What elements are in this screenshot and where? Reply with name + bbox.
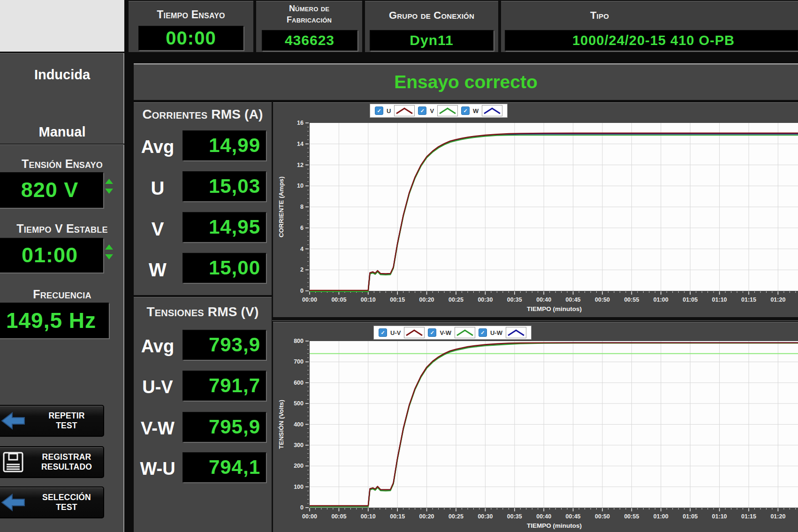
save-floppy-icon [0, 451, 30, 473]
corrientes-v-display: 14,95 [182, 212, 266, 242]
grupo-conexion-display: Dyn11 [370, 30, 494, 51]
legend-line-sample[interactable] [437, 105, 458, 116]
legend-line-sample[interactable] [506, 327, 526, 338]
legend-checkbox-W[interactable]: ✓ [461, 106, 470, 115]
corrientes-avg-display: 14,99 [182, 130, 266, 160]
tensiones-row-label: W-U [134, 459, 182, 479]
seleccion-test-button[interactable]: SELECCIÓN TEST [0, 486, 104, 518]
svg-text:100: 100 [294, 484, 304, 490]
frecuencia-label: Frecuencia [0, 288, 124, 301]
tiempo-ensayo-display: 00:00 [138, 26, 243, 50]
corrientes-row-label: U [134, 178, 182, 199]
legend-checkbox-V[interactable]: ✓ [418, 106, 426, 115]
mode-label-manual: Manual [0, 124, 124, 140]
chart-canvas: 00:0000:0500:1000:1500:2000:2500:3000:35… [273, 102, 798, 317]
repetir-test-label-line1: REPETIR [48, 411, 84, 420]
svg-text:00:40: 00:40 [536, 513, 551, 520]
svg-text:00:45: 00:45 [566, 513, 581, 520]
tiempo-v-estable-spinner [105, 244, 113, 259]
svg-text:400: 400 [294, 421, 304, 428]
svg-text:01:10: 01:10 [712, 296, 727, 303]
spin-up-icon[interactable] [105, 179, 113, 184]
registrar-resultado-label-line2: RESULTADO [41, 462, 92, 471]
svg-text:00:40: 00:40 [536, 296, 551, 303]
legend-label: U-V [390, 329, 401, 336]
svg-text:00:35: 00:35 [507, 513, 522, 520]
svg-text:800: 800 [294, 338, 304, 344]
tiempo-v-estable-input[interactable]: 01:00 [0, 238, 103, 273]
chart-legend: ✓U-V✓V-W✓U-W [373, 326, 532, 340]
svg-text:00:55: 00:55 [624, 296, 639, 303]
svg-text:01:10: 01:10 [712, 513, 727, 520]
svg-text:01:00: 01:00 [654, 296, 669, 303]
chart-legend: ✓U✓V✓W [370, 104, 508, 118]
chart-canvas: 00:0000:0500:1000:1500:2000:2500:3000:35… [273, 322, 798, 532]
spin-down-icon[interactable] [105, 189, 113, 194]
numero-fabricacion-label-line1: Número de [256, 4, 362, 14]
arrow-left-icon [0, 411, 30, 430]
tipo-display: 1000/24/20-15 410 O-PB [505, 30, 798, 51]
svg-text:10: 10 [297, 182, 304, 189]
tension-ensayo-spinner [105, 179, 113, 194]
registrar-resultado-button[interactable]: REGISTRAR RESULTADO [0, 446, 104, 478]
tensiones-row-label: U-V [134, 377, 182, 397]
svg-text:00:10: 00:10 [361, 513, 376, 520]
spin-up-icon[interactable] [105, 244, 113, 250]
tension-ensayo-input[interactable]: 820 V [0, 172, 103, 208]
corrientes-rms-title: Corrientes RMS (A) [134, 107, 272, 122]
legend-line-sample[interactable] [404, 327, 425, 338]
svg-text:00:20: 00:20 [419, 513, 434, 520]
svg-text:0: 0 [300, 504, 304, 511]
svg-text:01:15: 01:15 [741, 513, 756, 520]
repetir-test-button[interactable]: REPETIR TEST [0, 405, 104, 437]
tensiones-wu-display: 794,1 [182, 452, 266, 482]
registrar-resultado-label-line1: REGISTRAR [42, 452, 91, 462]
legend-line-sample[interactable] [455, 327, 475, 338]
svg-text:0: 0 [300, 288, 304, 294]
legend-label: V [430, 107, 434, 114]
legend-checkbox-U-V[interactable]: ✓ [379, 328, 387, 337]
svg-text:16: 16 [297, 120, 304, 126]
tension-chart: 00:0000:0500:1000:1500:2000:2500:3000:35… [272, 322, 798, 532]
svg-text:00:25: 00:25 [448, 296, 464, 303]
svg-text:00:00: 00:00 [302, 296, 317, 303]
svg-text:01:15: 01:15 [741, 296, 756, 303]
legend-label: W [473, 107, 479, 114]
svg-text:6: 6 [300, 225, 304, 231]
chart-divider [272, 319, 798, 320]
svg-text:00:15: 00:15 [390, 513, 405, 520]
legend-checkbox-V-W[interactable]: ✓ [428, 328, 436, 337]
svg-text:500: 500 [294, 400, 304, 407]
legend-line-sample[interactable] [482, 105, 502, 116]
tiempo-v-estable-label: Tiempo V Estable [0, 222, 124, 236]
numero-fabricacion-display: 436623 [262, 30, 357, 51]
frecuencia-display: 149,5 Hz [0, 303, 109, 338]
svg-text:600: 600 [294, 380, 304, 386]
corrientes-row-label: V [134, 219, 182, 240]
svg-text:01:05: 01:05 [683, 296, 698, 303]
svg-text:00:30: 00:30 [478, 296, 493, 303]
tensiones-avg-display: 793,9 [182, 330, 266, 360]
header-panel-tipo: Tipo 1000/24/20-15 410 O-PB [501, 1, 798, 52]
numero-fabricacion-label-line2: Fabricación [256, 15, 362, 25]
spin-down-icon[interactable] [105, 254, 113, 259]
svg-text:12: 12 [297, 162, 304, 168]
logo-blank-panel [0, 0, 126, 53]
corrientes-rms-panel: Corrientes RMS (A) Avg 14,99 U 15,03 V 1… [134, 102, 272, 295]
corriente-chart: 00:0000:0500:1000:1500:2000:2500:3000:35… [272, 102, 798, 317]
svg-text:00:50: 00:50 [595, 513, 610, 520]
tension-ensayo-label: Tensión Ensayo [0, 157, 124, 171]
svg-text:00:05: 00:05 [331, 513, 346, 520]
grupo-conexion-label: Grupo de Conexión [365, 9, 498, 22]
tensiones-row-label: V-W [134, 418, 182, 439]
svg-text:TIEMPO (minutos): TIEMPO (minutos) [527, 522, 582, 529]
legend-checkbox-U[interactable]: ✓ [375, 106, 383, 115]
tensiones-vw-display: 795,9 [182, 412, 266, 442]
legend-label: V-W [440, 329, 451, 336]
legend-checkbox-U-W[interactable]: ✓ [479, 328, 487, 337]
svg-text:01:20: 01:20 [770, 513, 785, 520]
svg-text:8: 8 [300, 204, 304, 210]
corrientes-u-display: 15,03 [182, 171, 266, 201]
sidebar-divider [0, 144, 124, 144]
legend-line-sample[interactable] [394, 105, 415, 116]
